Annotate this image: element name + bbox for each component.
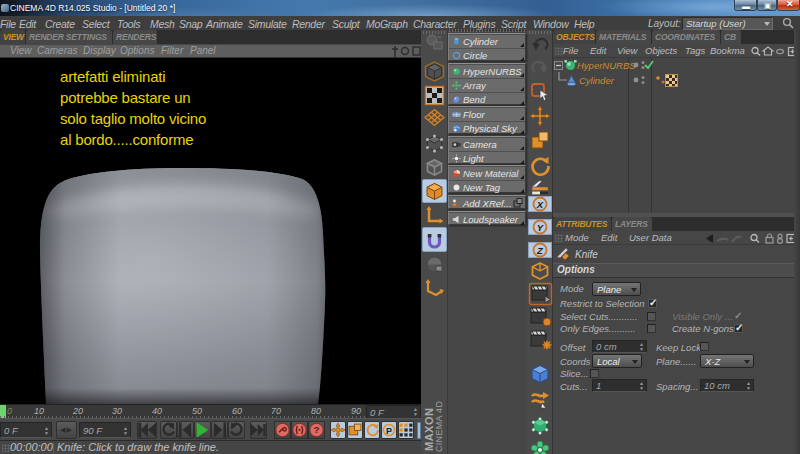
svg-text:X: X	[536, 199, 544, 210]
svg-text:Z: Z	[536, 245, 544, 256]
svg-text:?: ?	[314, 424, 320, 435]
svg-text:P: P	[386, 426, 392, 436]
